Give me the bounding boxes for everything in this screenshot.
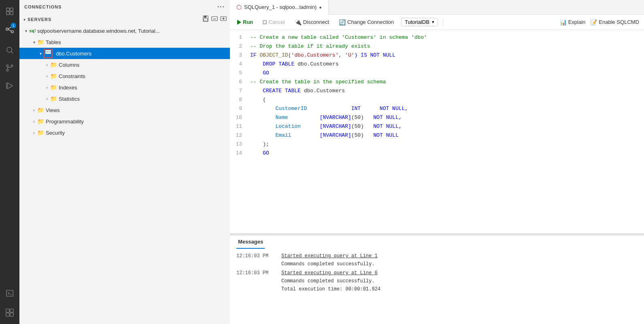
constraints-label: Constraints — [57, 73, 85, 79]
activity-bar-connections[interactable]: 1 — [2, 21, 18, 37]
table-dbo-customers[interactable]: ▾ dbo.Customers — [19, 48, 230, 59]
disconnect-button[interactable]: 🔌 Disconnect — [292, 18, 332, 26]
svg-point-11 — [6, 65, 9, 67]
code-editor[interactable]: 1-- Create a new table called 'Customers… — [230, 30, 644, 233]
run-button[interactable]: Run — [235, 18, 255, 26]
sidebar: CONNECTIONS ··· ▾ SERVERS ▾ sql — [19, 0, 230, 324]
line-content: DROP TABLE dbo.Customers — [250, 60, 644, 69]
message-time: 12:16:03 PM — [236, 269, 275, 293]
dropdown-chevron-icon: ▾ — [432, 19, 434, 25]
disconnect-label: Disconnect — [303, 19, 329, 25]
servers-chevron: ▾ — [21, 17, 28, 22]
code-line-3: 3IF OBJECT_ID('dbo.Customers', 'U') IS N… — [230, 51, 644, 60]
sqlcmd-icon: 📝 — [590, 19, 597, 25]
security-folder-icon: 📁 — [37, 129, 44, 136]
activity-bar-terminal[interactable] — [2, 285, 18, 301]
main-area: ⬡ SQLQuery_1 - sqlpoo...ladmin) ● Run Ca… — [230, 0, 644, 324]
message-text: Started executing query at Line 6Command… — [281, 269, 380, 293]
svg-rect-20 — [6, 313, 9, 316]
cancel-label: Cancel — [268, 19, 285, 25]
message-link: Started executing query at Line 6 — [281, 270, 378, 276]
activity-bar-source-control[interactable] — [2, 60, 18, 76]
svg-line-8 — [8, 30, 11, 31]
line-number: 4 — [230, 60, 250, 69]
svg-rect-32 — [45, 52, 51, 54]
more-options-icon[interactable]: ··· — [217, 3, 225, 11]
security-node[interactable]: › 📁 Security — [19, 127, 230, 138]
activity-bar-explorer[interactable] — [2, 3, 18, 19]
editor-area: 1-- Create a new table called 'Customers… — [230, 30, 644, 324]
database-name: TutorialDB — [405, 19, 429, 25]
code-line-10: 10 Name [NVARCHAR](50) NOT NULL, — [230, 113, 644, 122]
code-line-6: 6-- Create the table in the specified sc… — [230, 78, 644, 87]
tables-node[interactable]: ▾ 📁 Tables — [19, 36, 230, 48]
views-chevron: › — [31, 108, 37, 112]
svg-rect-1 — [10, 8, 13, 11]
query-tab[interactable]: ⬡ SQLQuery_1 - sqlpoo...ladmin) ● — [230, 0, 329, 15]
line-content: IF OBJECT_ID('dbo.Customers', 'U') IS NO… — [250, 51, 644, 60]
code-line-9: 9 CustomerID INT NOT NULL, — [230, 104, 644, 113]
columns-folder-icon: 📁 — [50, 61, 57, 68]
views-node[interactable]: › 📁 Views — [19, 104, 230, 116]
dbo-customers-icon — [44, 49, 53, 58]
security-label: Security — [44, 130, 65, 136]
activity-bar-search[interactable] — [2, 42, 18, 58]
constraints-chevron: › — [44, 74, 50, 78]
sidebar-header-actions: ··· — [217, 3, 225, 11]
line-content: Name [NVARCHAR](50) NOT NULL, — [250, 113, 644, 122]
programmability-node[interactable]: › 📁 Programmability — [19, 116, 230, 127]
activity-bar-extensions[interactable] — [2, 305, 18, 321]
line-content: Location [NVARCHAR](50) NOT NULL, — [250, 122, 644, 131]
indexes-folder-icon: 📁 — [50, 84, 57, 91]
security-chevron: › — [31, 131, 37, 135]
line-number: 8 — [230, 95, 250, 104]
explain-button[interactable]: 📊 Explain — [560, 19, 586, 25]
svg-point-4 — [6, 28, 9, 30]
server-chevron: ▾ — [23, 29, 29, 33]
sidebar-content: ▾ SERVERS ▾ sql sqlpoolservername.databa… — [19, 14, 230, 324]
line-number: 6 — [230, 78, 250, 87]
line-content: -- Drop the table if it already exists — [250, 42, 644, 51]
svg-point-13 — [11, 65, 13, 67]
connections-badge: 1 — [11, 23, 16, 28]
change-connection-button[interactable]: 🔄 Change Connection — [336, 18, 396, 26]
constraints-node[interactable]: › 📁 Constraints — [19, 70, 230, 82]
database-selector[interactable]: TutorialDB ▾ — [401, 18, 438, 26]
svg-rect-31 — [45, 50, 51, 52]
messages-tab[interactable]: Messages — [236, 235, 265, 249]
line-content: GO — [250, 69, 644, 78]
tab-bar: ⬡ SQLQuery_1 - sqlpoo...ladmin) ● — [230, 0, 644, 15]
svg-line-7 — [8, 27, 11, 29]
columns-node[interactable]: › 📁 Columns — [19, 59, 230, 70]
message-text: Started executing query at Line 1Command… — [281, 252, 378, 268]
svg-rect-25 — [212, 17, 217, 21]
connect-icon[interactable] — [220, 15, 227, 23]
indexes-node[interactable]: › 📁 Indexes — [19, 82, 230, 93]
svg-rect-24 — [204, 19, 208, 21]
server-icon: sql — [29, 27, 36, 35]
message-time: 12:16:03 PM — [236, 252, 275, 268]
dbo-customers-chevron: ▾ — [37, 51, 44, 56]
constraints-folder-icon: 📁 — [50, 73, 57, 79]
message-row: 12:16:03 PMStarted executing query at Li… — [236, 252, 638, 268]
save-icon[interactable] — [202, 15, 209, 23]
svg-rect-0 — [6, 8, 9, 11]
activity-bar: 1 — [0, 0, 19, 324]
servers-label: SERVERS — [28, 17, 51, 22]
change-connection-icon: 🔄 — [339, 19, 346, 25]
server-node[interactable]: ▾ sql sqlpoolservername.database.windows… — [19, 25, 230, 36]
columns-label: Columns — [57, 62, 79, 68]
views-label: Views — [44, 107, 60, 113]
svg-rect-19 — [10, 309, 13, 312]
line-number: 10 — [230, 113, 250, 122]
disconnect-icon[interactable] — [211, 15, 218, 23]
activity-bar-run[interactable] — [2, 78, 18, 94]
servers-section[interactable]: ▾ SERVERS — [19, 14, 230, 25]
svg-point-9 — [7, 47, 12, 53]
code-line-2: 2-- Drop the table if it already exists — [230, 42, 644, 51]
enable-sqlcmd-button[interactable]: 📝 Enable SQLCMD — [590, 19, 639, 25]
statistics-node[interactable]: › 📁 Statistics — [19, 93, 230, 104]
line-number: 7 — [230, 87, 250, 95]
message-continuation: Commands completed successfully. — [281, 277, 380, 285]
svg-rect-3 — [10, 12, 13, 15]
